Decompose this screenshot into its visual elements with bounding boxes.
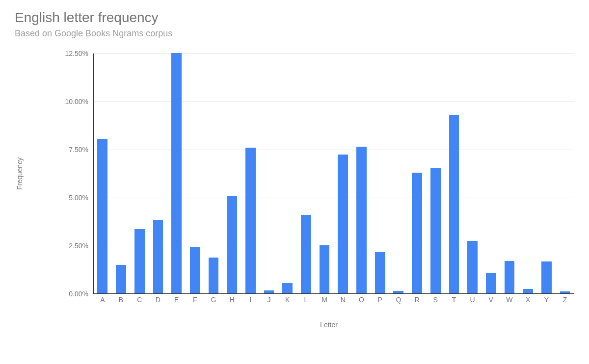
x-tick-label: Y (537, 296, 556, 304)
bar-S (430, 168, 441, 293)
bar-slot (371, 53, 389, 293)
x-tick-label: L (297, 296, 316, 304)
x-tick-label: X (519, 296, 537, 304)
bar-slot (408, 53, 427, 293)
x-tick-label: J (260, 296, 278, 304)
chart-title: English letter frequency (15, 10, 574, 26)
x-tick-label: C (130, 296, 149, 304)
bar-F (190, 247, 200, 293)
bar-slot (223, 53, 241, 293)
x-tick-label: Q (389, 296, 408, 304)
bar-slot (445, 53, 463, 293)
bar-Z (560, 291, 570, 293)
bar-Q (393, 291, 403, 293)
chart-subtitle: Based on Google Books Ngrams corpus (15, 28, 574, 39)
bar-T (449, 115, 459, 293)
bar-slot (297, 53, 316, 293)
x-tick-labels: ABCDEFGHIJKLMNOPQRSTUVWXYZ (93, 296, 574, 304)
bar-slot (389, 53, 408, 293)
bar-slot (334, 53, 352, 293)
x-tick-label: A (93, 296, 112, 304)
bar-slot (186, 53, 204, 293)
bar-slot (112, 53, 131, 293)
bar-slot (130, 53, 149, 293)
bar-slot (149, 53, 167, 293)
bar-slot (463, 53, 482, 293)
x-tick-label: W (500, 296, 519, 304)
bar-O (356, 147, 367, 293)
bar-B (116, 265, 126, 293)
bar-slot (500, 53, 519, 293)
bars-region (93, 53, 574, 294)
bar-A (97, 139, 107, 293)
bar-slot (167, 53, 186, 293)
y-tick-label: 5.00% (54, 194, 88, 202)
bar-H (227, 196, 237, 293)
x-tick-label: D (149, 296, 167, 304)
bar-U (467, 241, 478, 293)
bar-slot (204, 53, 223, 293)
x-tick-label: R (408, 296, 427, 304)
x-tick-label: V (482, 296, 500, 304)
x-tick-label: E (167, 296, 186, 304)
bar-N (338, 155, 348, 293)
bar-W (505, 261, 515, 293)
x-tick-label: F (186, 296, 204, 304)
x-tick-label: I (241, 296, 260, 304)
bar-V (486, 273, 496, 293)
x-tick-label: U (463, 296, 482, 304)
x-tick-label: Z (556, 296, 574, 304)
bar-slot (482, 53, 500, 293)
bar-slot (93, 53, 112, 293)
bar-Y (541, 261, 552, 293)
x-tick-label: H (223, 296, 241, 304)
x-tick-label: K (278, 296, 297, 304)
x-tick-label: S (426, 296, 445, 304)
y-tick-label: 2.50% (54, 242, 88, 250)
bar-slot (519, 53, 537, 293)
bar-slot (278, 53, 297, 293)
chart-container: English letter frequency Based on Google… (15, 10, 574, 294)
bar-E (171, 53, 182, 293)
bar-M (320, 245, 330, 293)
y-tick-label: 0.00% (54, 290, 88, 298)
y-axis-label: Frequency (16, 157, 24, 190)
bar-slot (556, 53, 574, 293)
x-tick-label: G (204, 296, 223, 304)
bar-X (523, 289, 533, 293)
bar-K (282, 283, 293, 293)
bar-C (134, 229, 145, 293)
bar-D (153, 220, 163, 293)
bar-slot (241, 53, 260, 293)
x-tick-label: B (112, 296, 131, 304)
x-tick-label: N (334, 296, 352, 304)
x-tick-label: M (315, 296, 334, 304)
plot-area: Frequency 0.00%2.50%5.00%7.50%10.00%12.5… (83, 53, 574, 294)
bar-slot (260, 53, 278, 293)
x-tick-label: T (445, 296, 463, 304)
x-tick-label: O (352, 296, 371, 304)
y-tick-label: 12.50% (54, 50, 88, 57)
bar-I (245, 148, 256, 293)
bar-slot (352, 53, 371, 293)
x-tick-label: P (371, 296, 389, 304)
bar-slot (537, 53, 556, 293)
bar-slot (315, 53, 334, 293)
bar-J (264, 290, 274, 293)
bar-R (412, 173, 422, 293)
bar-slot (426, 53, 445, 293)
y-tick-label: 7.50% (54, 146, 88, 154)
bar-L (301, 215, 311, 293)
y-tick-label: 10.00% (54, 98, 88, 105)
bar-P (375, 252, 385, 293)
x-axis-label: Letter (83, 321, 574, 329)
bar-G (209, 258, 219, 293)
